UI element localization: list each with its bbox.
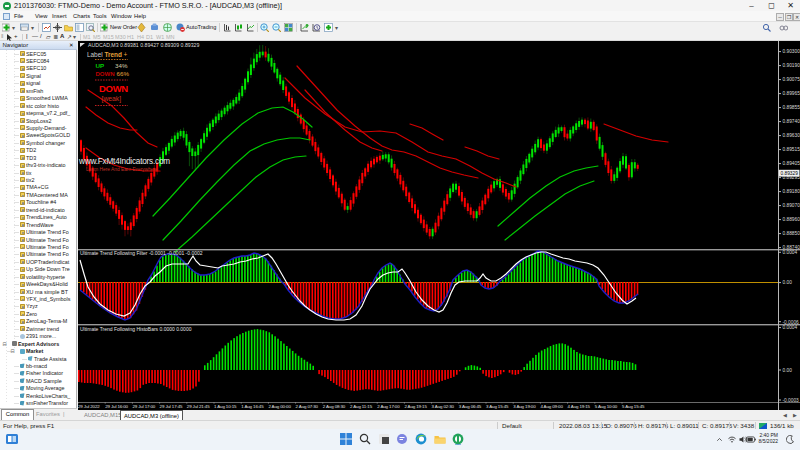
svg-text:2 Aug 17:00: 2 Aug 17:00	[377, 404, 400, 409]
svg-text:29 Jul 2022: 29 Jul 2022	[78, 404, 100, 409]
svg-text:0.88960: 0.88960	[783, 217, 800, 222]
svg-text:2 Aug 11:15: 2 Aug 11:15	[350, 404, 373, 409]
svg-text:0.00: 0.00	[783, 280, 793, 285]
svg-text:Label Trend +: Label Trend +	[87, 51, 128, 58]
svg-text:-0.0003: -0.0003	[783, 398, 800, 403]
svg-text:Learn Here And Earn Everywhere: Learn Here And Earn Everywhere	[86, 167, 158, 172]
svg-text:Ultimate Trend Following Histo: Ultimate Trend Following HistoBars 0.000…	[80, 326, 192, 332]
svg-text:0.88850: 0.88850	[783, 231, 800, 236]
svg-text:[weak]: [weak]	[102, 95, 122, 103]
svg-text:0.89329: 0.89329	[781, 171, 799, 176]
svg-text:0.89405: 0.89405	[783, 161, 800, 166]
svg-text:0.90300: 0.90300	[783, 49, 800, 54]
svg-text:0.89855: 0.89855	[783, 105, 800, 110]
svg-text:www.FxMt4Indicators.com: www.FxMt4Indicators.com	[78, 157, 170, 166]
svg-text:4 Aug 09:00: 4 Aug 09:00	[540, 404, 563, 409]
svg-text:0.89965: 0.89965	[783, 91, 800, 96]
svg-text:66%: 66%	[117, 70, 130, 77]
svg-text:0.0004: 0.0004	[783, 325, 798, 330]
svg-text:34%: 34%	[115, 62, 128, 69]
svg-text:DOWN: DOWN	[99, 83, 128, 94]
svg-text:0.89070: 0.89070	[783, 203, 800, 208]
svg-text:0.90190: 0.90190	[783, 63, 800, 68]
svg-text:0.0004: 0.0004	[783, 250, 798, 255]
svg-text:-0.0006: -0.0006	[783, 320, 800, 325]
svg-text:0.89630: 0.89630	[783, 133, 800, 138]
svg-text:3 Aug 15:45: 3 Aug 15:45	[486, 404, 509, 409]
svg-text:0.90075: 0.90075	[783, 77, 800, 82]
svg-text:2 Aug 08:30: 2 Aug 08:30	[323, 404, 346, 409]
svg-text:29 Jul 21:45: 29 Jul 21:45	[187, 404, 210, 409]
svg-text:DOWN: DOWN	[96, 71, 115, 77]
svg-text:29 Jul 17:45: 29 Jul 17:45	[160, 404, 183, 409]
svg-text:5 Aug 10:00: 5 Aug 10:00	[595, 404, 618, 409]
svg-text:2 Aug 07:30: 2 Aug 07:30	[296, 404, 319, 409]
svg-text:29 Jul 16:00: 29 Jul 16:00	[105, 404, 128, 409]
svg-text:AUDCAD,M3 0.89381 0.89427 0.8: AUDCAD,M3 0.89381 0.89427 0.89309 0.8932…	[88, 42, 199, 48]
svg-text:1 Aug 16:45: 1 Aug 16:45	[241, 404, 264, 409]
svg-text:2 Aug 00:00: 2 Aug 00:00	[268, 404, 291, 409]
svg-text:3 Aug 02:30: 3 Aug 02:30	[432, 404, 455, 409]
svg-text:29 Jul 17:00: 29 Jul 17:00	[132, 404, 155, 409]
svg-text:1 Aug 10:15: 1 Aug 10:15	[214, 404, 237, 409]
svg-text:4 Aug 19:15: 4 Aug 19:15	[568, 404, 591, 409]
svg-text:2 Aug 19:15: 2 Aug 19:15	[404, 404, 427, 409]
svg-text:0.89180: 0.89180	[783, 189, 800, 194]
svg-text:UP: UP	[96, 62, 105, 69]
svg-text:3 Aug 06:45: 3 Aug 06:45	[459, 404, 482, 409]
svg-text:5 Aug 15:45: 5 Aug 15:45	[622, 404, 645, 409]
svg-text:0.00: 0.00	[783, 368, 793, 373]
svg-text:0.89515: 0.89515	[783, 147, 800, 152]
svg-text:Ultimate Trend Following Filte: Ultimate Trend Following Filter -0.0001 …	[80, 250, 203, 256]
svg-text:3 Aug 19:00: 3 Aug 19:00	[513, 404, 536, 409]
svg-text:0.89740: 0.89740	[783, 119, 800, 124]
